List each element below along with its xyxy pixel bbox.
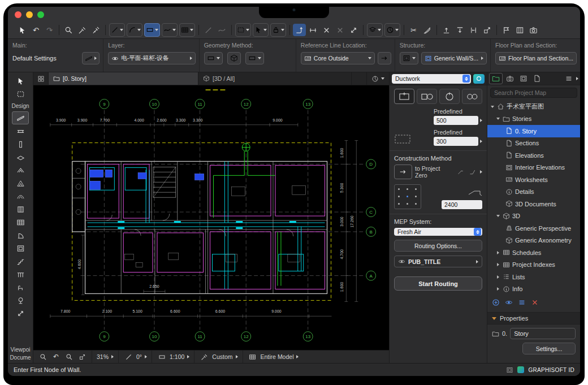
layers-button[interactable] — [367, 23, 383, 37]
geometry-straight-button[interactable] — [204, 52, 223, 64]
door-tool-icon[interactable] — [12, 230, 28, 241]
model-filter-button[interactable]: Entire Model — [243, 351, 304, 363]
trim-icon[interactable] — [421, 24, 434, 36]
tree-item-stories[interactable]: Stories — [487, 113, 580, 126]
search-icon[interactable] — [62, 24, 75, 36]
object-tool-icon[interactable] — [12, 282, 28, 293]
properties-header[interactable]: Properties — [487, 312, 580, 325]
morph-tool-icon[interactable] — [12, 308, 28, 319]
tree-item-generic-axonometry[interactable]: Generic Axonometry — [487, 235, 580, 247]
line-tool-button[interactable] — [109, 23, 125, 37]
scale-button[interactable]: 1:100 — [152, 351, 194, 363]
lower-icon[interactable] — [453, 24, 466, 36]
railing-tool-icon[interactable] — [12, 269, 28, 280]
tree-item-lists[interactable]: Lists — [487, 271, 580, 283]
view-map-button[interactable] — [504, 73, 516, 84]
layer-selector[interactable]: 电-平面-箱柜-设备 — [108, 52, 195, 64]
slab-tool-icon[interactable] — [12, 152, 28, 163]
tab-overview-button[interactable] — [33, 72, 49, 85]
roof-tool-icon[interactable] — [12, 165, 28, 176]
favorites-button[interactable] — [473, 74, 485, 84]
fit-in-window-icon[interactable] — [77, 352, 87, 362]
anchor-reference-label[interactable]: to Project Zero — [415, 165, 453, 179]
elevation-input[interactable]: 2400 — [442, 200, 482, 209]
intersect-icon[interactable] — [320, 24, 333, 36]
insulation-icon[interactable] — [394, 133, 411, 146]
tree-item-3d[interactable]: 3D — [487, 210, 580, 223]
cable-tool-button[interactable] — [162, 23, 178, 37]
arc-tool-button[interactable] — [127, 23, 142, 37]
tree-item-details[interactable]: Details — [487, 186, 580, 198]
geometry-chained-button[interactable] — [245, 52, 264, 64]
slope-method-icon[interactable] — [468, 167, 477, 176]
guide-lines-icon[interactable] — [202, 24, 215, 36]
arrow-tool-icon[interactable] — [16, 24, 29, 36]
marquee-tool-icon[interactable] — [12, 88, 28, 100]
document-group-label[interactable]: Docume — [10, 354, 31, 361]
window-icon[interactable] — [506, 366, 513, 374]
column-tool-icon[interactable] — [12, 139, 28, 150]
composite-selector[interactable]: Generic Wall/S... — [421, 52, 487, 64]
rise-method-icon[interactable] — [456, 167, 465, 176]
split-icon[interactable]: ✂ — [407, 24, 420, 36]
lamp-tool-icon[interactable] — [12, 295, 28, 306]
tree-item-schedules[interactable]: Schedules — [487, 246, 580, 259]
undo-icon[interactable]: ↶ — [29, 24, 42, 36]
wall-tool-icon[interactable] — [12, 111, 29, 124]
zoom-in-icon[interactable] — [64, 352, 74, 362]
previous-zoom-icon[interactable]: ↶ — [51, 352, 61, 362]
tree-item-interior-elevations[interactable]: Interior Elevations — [487, 162, 580, 174]
viewpoint-settings-icon[interactable] — [518, 299, 526, 308]
arrow-options-button[interactable] — [253, 23, 269, 37]
flip-reference-button[interactable] — [378, 52, 391, 64]
pick-up-parameters-icon[interactable] — [76, 24, 89, 36]
duct-routing-icon[interactable] — [293, 24, 306, 36]
open-viewpoint-icon[interactable] — [505, 299, 513, 308]
element-type-select[interactable]: Ductwork — [392, 74, 471, 84]
add-viewpoint-icon[interactable] — [492, 299, 500, 308]
redo-icon[interactable]: ↷ — [43, 24, 56, 36]
pen-set-button[interactable]: Custom — [194, 351, 243, 363]
elevate-icon[interactable] — [440, 24, 453, 36]
snap-guides-icon[interactable] — [215, 24, 228, 36]
geometry-3d-button[interactable] — [227, 52, 241, 64]
navigator-menu-button[interactable] — [563, 73, 575, 84]
routing-options-button[interactable]: Routing Options... — [394, 240, 482, 252]
horizontal-method-button[interactable] — [394, 165, 412, 179]
navigator-expand-icon[interactable] — [576, 77, 578, 80]
reference-line-selector[interactable]: Core Outside — [301, 52, 375, 64]
stretch-icon[interactable] — [347, 24, 360, 36]
floorplan-display-selector[interactable]: Floor Plan and Section... — [495, 52, 577, 64]
tree-item-story-0[interactable]: 0. Story — [487, 125, 580, 137]
navigator-search-input[interactable] — [490, 88, 577, 98]
tree-item-info[interactable]: Info — [487, 283, 580, 296]
tree-item-worksheets[interactable]: Worksheets — [487, 174, 580, 186]
duct-tool-button[interactable] — [144, 23, 160, 37]
close-window-button[interactable] — [15, 11, 21, 18]
drawing-canvas[interactable]: 3.900 3.900 7.700 4.000 2.600 3.300 3.30… — [33, 85, 389, 350]
resize-icon[interactable] — [481, 24, 494, 36]
width-flyout-icon[interactable] — [480, 119, 482, 122]
tree-item-elevations[interactable]: Elevations — [487, 149, 580, 162]
tree-item-sections[interactable]: Sections — [487, 137, 580, 150]
mep-system-select[interactable]: Fresh Air — [394, 228, 482, 236]
anchor-point-selector[interactable] — [394, 184, 421, 209]
adjust-height-icon[interactable] — [467, 24, 480, 36]
design-group-label[interactable]: Design — [11, 103, 29, 109]
project-map-button[interactable] — [489, 73, 503, 84]
shell-tool-icon[interactable] — [12, 191, 28, 202]
marquee-options-button[interactable] — [235, 23, 251, 37]
tree-item-3d-documents[interactable]: 3D Documents — [487, 198, 580, 210]
floor-plan-drawing[interactable]: 3.900 3.900 7.700 4.000 2.600 3.300 3.30… — [33, 85, 389, 350]
stair-tool-icon[interactable] — [12, 256, 28, 267]
story-select[interactable]: Story — [510, 328, 576, 339]
trace-reference-button[interactable] — [384, 23, 400, 37]
layout-book-button[interactable] — [517, 73, 530, 84]
layout-columns-icon[interactable] — [513, 24, 526, 36]
zoom-window-button[interactable] — [37, 11, 44, 18]
settings-button[interactable]: Settings... — [522, 343, 576, 354]
tree-item-project-root[interactable]: 手术室平面图 — [487, 101, 580, 113]
duct-height-input[interactable]: 300 — [434, 137, 478, 146]
window-tool-icon[interactable] — [12, 243, 28, 254]
inject-parameters-icon[interactable] — [89, 24, 102, 36]
